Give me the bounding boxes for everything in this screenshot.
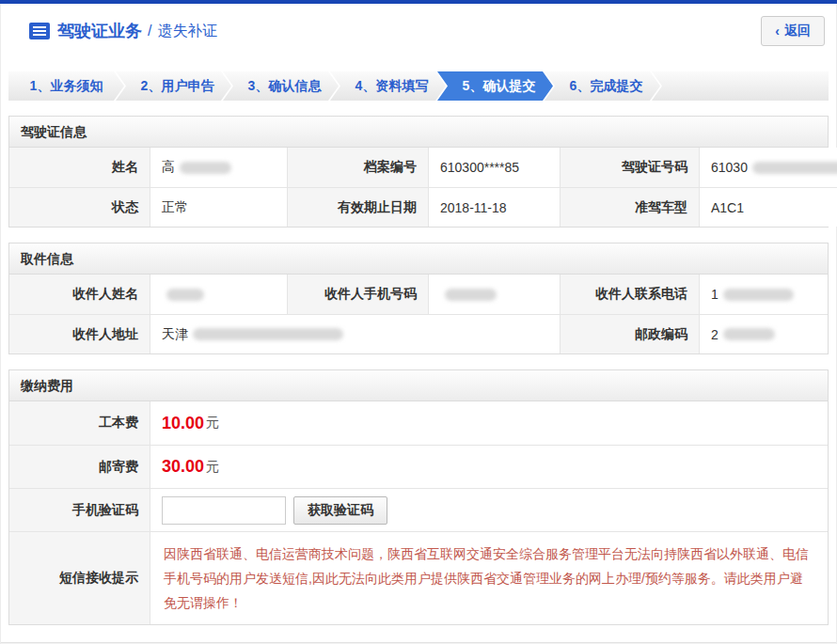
sms-code-input[interactable]: [162, 496, 286, 525]
expiry-label: 有效期止日期: [288, 187, 429, 227]
step-5-confirm-submit: 5、确认提交: [437, 71, 553, 101]
step-6-finish-submit: 6、完成提交: [545, 71, 660, 101]
redacted-value: [193, 328, 343, 340]
production-fee-amount: 10.00: [162, 414, 204, 433]
license-info-section: 驾驶证信息 姓名 高 档案编号 610300****85 驾驶证号码 61030…: [8, 116, 829, 228]
step-2-user-declaration: 2、用户申告: [116, 71, 231, 101]
production-fee-label: 工本费: [9, 401, 150, 445]
redacted-value: [723, 328, 775, 340]
sms-code-label: 手机验证码: [9, 488, 150, 531]
page-container: 驾驶证业务 / 遗失补证 ‹ 返回 1、业务须知 2、用户申告 3、确认信息 4…: [0, 4, 837, 644]
back-button[interactable]: ‹ 返回: [761, 16, 825, 46]
contact-phone-value: 1: [700, 275, 828, 314]
page-subtitle: 遗失补证: [157, 22, 217, 41]
redacted-value: [180, 162, 231, 174]
license-no-label: 驾驶证号码: [561, 148, 700, 187]
address-label: 收件人地址: [9, 314, 150, 353]
recipient-mobile-value: [429, 275, 561, 314]
payment-table: 工本费 10.00 元 邮寄费 30.00 元 手机验证码 获取验证码 短信接收…: [9, 401, 828, 624]
back-button-label: 返回: [784, 23, 811, 39]
recipient-mobile-label: 收件人手机号码: [288, 275, 429, 314]
license-section-title: 驾驶证信息: [9, 117, 828, 148]
pickup-info-table: 收件人姓名 收件人手机号码 收件人联系电话 1 收件人地址 天津 邮政编码 2: [9, 275, 828, 353]
postage-fee-amount: 30.00: [162, 457, 204, 477]
postcode-value: 2: [700, 314, 828, 353]
step-4-fill-data: 4、资料填写: [330, 71, 446, 101]
contact-phone-label: 收件人联系电话: [561, 275, 700, 314]
pickup-info-section: 取件信息 收件人姓名 收件人手机号码 收件人联系电话 1 收件人地址 天津 邮政…: [8, 243, 829, 354]
postcode-label: 邮政编码: [561, 314, 700, 353]
step-wizard: 1、业务须知 2、用户申告 3、确认信息 4、资料填写 5、确认提交 6、完成提…: [8, 71, 829, 101]
chevron-left-icon: ‹: [775, 24, 780, 39]
step-wizard-filler: [652, 71, 829, 101]
redacted-value: [752, 162, 837, 174]
name-value: 高: [150, 148, 288, 187]
redacted-value: [445, 289, 497, 301]
step-1-business-notice: 1、业务须知: [8, 71, 124, 101]
license-info-table: 姓名 高 档案编号 610300****85 驾驶证号码 61030 状态 正常…: [9, 148, 828, 227]
breadcrumb: 驾驶证业务 / 遗失补证: [29, 20, 217, 42]
vehicle-class-value: A1C1: [700, 187, 837, 227]
page-title: 驾驶证业务: [57, 20, 142, 42]
status-value: 正常: [150, 187, 288, 227]
file-no-value: 610300****85: [429, 148, 561, 187]
vehicle-class-label: 准驾车型: [561, 187, 700, 227]
postage-fee-label: 邮寄费: [9, 445, 150, 488]
file-no-label: 档案编号: [288, 148, 429, 187]
recipient-name-value: [150, 275, 288, 314]
list-icon: [29, 23, 50, 39]
breadcrumb-separator: /: [148, 23, 151, 39]
step-3-confirm-info: 3、确认信息: [223, 71, 339, 101]
sms-notice-text: 因陕西省联通、电信运营商技术问题，陕西省互联网交通安全综合服务管理平台无法向持陕…: [164, 542, 814, 615]
postage-fee-value: 30.00 元: [150, 445, 828, 488]
payment-section: 缴纳费用 工本费 10.00 元 邮寄费 30.00 元 手机验证码 获取验证码…: [8, 369, 829, 625]
recipient-name-label: 收件人姓名: [9, 275, 150, 314]
license-no-value: 61030: [700, 148, 837, 187]
payment-section-title: 缴纳费用: [9, 370, 828, 401]
get-code-button[interactable]: 获取验证码: [293, 496, 387, 525]
redacted-value: [723, 289, 794, 301]
expiry-value: 2018-11-18: [429, 187, 561, 227]
production-fee-unit: 元: [206, 415, 219, 432]
sms-notice-label: 短信接收提示: [9, 531, 150, 624]
address-value: 天津: [150, 314, 561, 353]
header: 驾驶证业务 / 遗失补证 ‹ 返回: [1, 4, 836, 58]
postage-fee-unit: 元: [206, 459, 219, 476]
production-fee-value: 10.00 元: [150, 401, 828, 445]
name-label: 姓名: [9, 148, 150, 187]
pickup-section-title: 取件信息: [9, 243, 828, 275]
status-label: 状态: [9, 187, 150, 227]
redacted-value: [166, 289, 204, 301]
sms-notice-cell: 因陕西省联通、电信运营商技术问题，陕西省互联网交通安全综合服务管理平台无法向持陕…: [150, 531, 828, 624]
sms-code-row: 获取验证码: [150, 488, 828, 531]
